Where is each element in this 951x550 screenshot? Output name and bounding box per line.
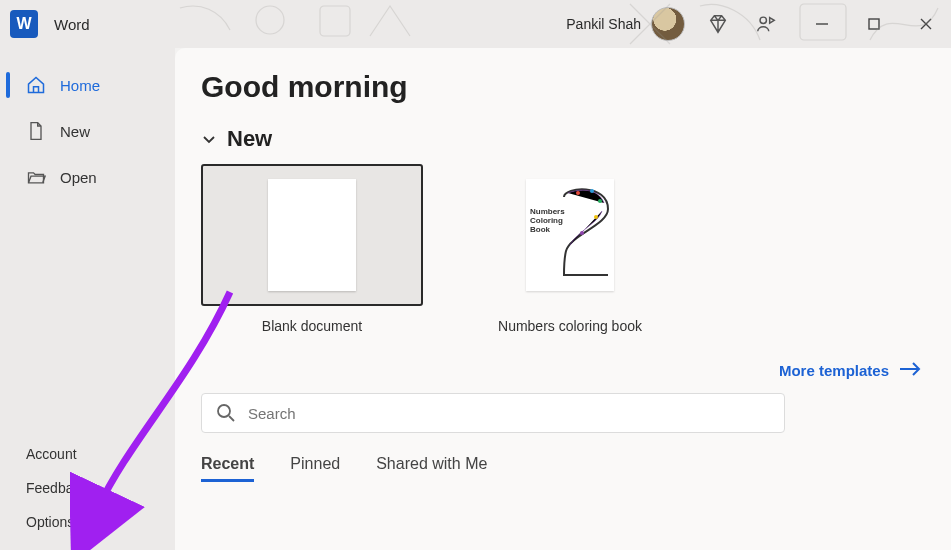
sidebar-item-home[interactable]: Home [0, 66, 175, 104]
template-thumb: Numbers Coloring Book [459, 164, 681, 306]
sidebar-feedback[interactable]: Feedback [0, 480, 175, 496]
word-app-icon-letter: W [16, 15, 31, 33]
template-label: Numbers coloring book [498, 318, 642, 334]
active-indicator [6, 72, 10, 98]
file-tabs: Recent Pinned Shared with Me [201, 455, 925, 482]
share-person-icon[interactable] [755, 13, 777, 35]
more-templates-link[interactable]: More templates [779, 362, 921, 379]
open-icon [26, 167, 46, 187]
minimize-button[interactable] [815, 17, 829, 31]
sidebar-item-new[interactable]: New [0, 112, 175, 150]
app-title: Word [54, 16, 90, 33]
close-button[interactable] [919, 17, 933, 31]
tab-shared-with-me[interactable]: Shared with Me [376, 455, 487, 482]
sidebar-item-open[interactable]: Open [0, 158, 175, 196]
template-thumb [201, 164, 423, 306]
svg-point-3 [760, 17, 766, 23]
sidebar-account[interactable]: Account [0, 446, 175, 462]
sidebar-options[interactable]: Options [0, 514, 175, 530]
search-icon [216, 403, 236, 423]
svg-point-8 [598, 199, 602, 203]
chevron-down-icon [201, 131, 217, 147]
word-app-icon: W [10, 10, 38, 38]
new-section-title: New [227, 126, 272, 152]
search-box[interactable] [201, 393, 785, 433]
templates-row: Blank document Numbers Coloring Book [201, 164, 925, 334]
coloring-book-thumb: Numbers Coloring Book [526, 179, 614, 291]
svg-point-11 [218, 405, 230, 417]
arrow-right-icon [899, 362, 921, 379]
template-label: Blank document [262, 318, 362, 334]
home-icon [26, 75, 46, 95]
blank-page-icon [268, 179, 356, 291]
new-section-header[interactable]: New [201, 126, 925, 152]
user-name: Pankil Shah [566, 16, 641, 32]
sidebar-item-label: New [60, 123, 90, 140]
svg-point-9 [594, 215, 598, 219]
sidebar-item-label: Home [60, 77, 100, 94]
more-templates-label: More templates [779, 362, 889, 379]
svg-point-6 [576, 191, 580, 195]
greeting: Good morning [201, 70, 925, 104]
avatar[interactable] [651, 7, 685, 41]
tab-recent[interactable]: Recent [201, 455, 254, 482]
svg-point-10 [580, 231, 584, 235]
maximize-button[interactable] [867, 17, 881, 31]
svg-line-12 [229, 416, 234, 421]
user-block[interactable]: Pankil Shah [566, 7, 685, 41]
svg-rect-5 [869, 19, 879, 29]
tab-pinned[interactable]: Pinned [290, 455, 340, 482]
titlebar: W Word Pankil Shah [0, 0, 951, 48]
svg-rect-1 [320, 6, 350, 36]
svg-point-0 [256, 6, 284, 34]
sidebar: Home New Open Account Feedback Options [0, 48, 175, 550]
new-icon [26, 121, 46, 141]
template-numbers-coloring-book[interactable]: Numbers Coloring Book [459, 164, 681, 334]
sidebar-item-label: Open [60, 169, 97, 186]
diamond-icon[interactable] [707, 13, 729, 35]
content-area: Good morning New Blank document Numbers … [175, 48, 951, 550]
template-blank-document[interactable]: Blank document [201, 164, 423, 334]
search-input[interactable] [248, 405, 770, 422]
svg-point-7 [590, 189, 594, 193]
